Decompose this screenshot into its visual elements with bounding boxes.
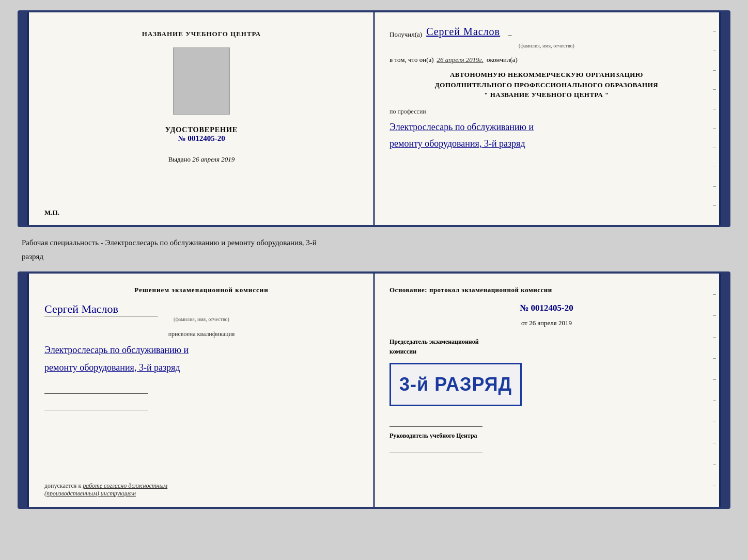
qualification-line2: ремонту оборудования, 3-й разряд: [44, 359, 359, 376]
org-line1: АВТОНОМНУЮ НЕКОММЕРЧЕСКУЮ ОРГАНИЗАЦИЮ: [389, 70, 704, 80]
sig-line-rukovoditel: [389, 444, 482, 453]
stamp-text: 3-й РАЗРЯД: [399, 370, 512, 399]
dash-separator: –: [508, 29, 512, 40]
protocol-prefix: №: [520, 303, 528, 313]
predsedatel-label: Председатель экзаменационной комиссии: [389, 337, 493, 357]
between-label: Рабочая специальность - Электрослесарь п…: [18, 235, 730, 263]
spine-right-doc2: [719, 274, 728, 507]
number-prefix: №: [178, 134, 185, 142]
fio-subtitle-doc1: (фамилия, имя, отчество): [389, 41, 704, 50]
profession-line2: ремонту оборудования, 3-й разряд: [389, 135, 704, 152]
between-text-line2: разряд: [18, 249, 730, 263]
org-line2: ДОПОЛНИТЕЛЬНОГО ПРОФЕССИОНАЛЬНОГО ОБРАЗО…: [389, 80, 704, 90]
doc1-number: № 0012405-20: [165, 134, 238, 143]
ot-date: 26 апреля 2019: [529, 319, 572, 327]
mp-label: М.П.: [44, 209, 59, 217]
doc1-center-title: НАЗВАНИЕ УЧЕБНОГО ЦЕНТРА: [142, 30, 261, 38]
spine-right: [719, 12, 728, 225]
sig-line-2: [44, 401, 148, 410]
dopusk-prefix: допускается к: [44, 482, 81, 489]
doc2-right-panel: Основание: протокол экзаменационной коми…: [374, 274, 719, 507]
org-block: АВТОНОМНУЮ НЕКОММЕРЧЕСКУЮ ОРГАНИЗАЦИЮ ДО…: [389, 70, 704, 100]
right-dashes-doc2: [713, 274, 716, 507]
okончил-label: окончил(а): [487, 54, 518, 66]
vtom-prefix: в том, что он(а): [389, 54, 434, 66]
doc1-right-panel: Получил(а) Сергей Маслов – (фамилия, имя…: [374, 12, 719, 225]
doc2-name: Сергей Маслов: [44, 302, 359, 316]
fio-subtitle-doc2: (фамилия, имя, отчество): [44, 316, 359, 322]
poluchil-label: Получил(а): [389, 29, 422, 40]
vydano-prefix: Выдано: [168, 155, 191, 163]
qualification-line1: Электрослесарь по обслуживанию и: [44, 341, 359, 359]
prisvoena-label: присвоена квалификация: [44, 330, 359, 338]
udostoverenie-block: УДОСТОВЕРЕНИЕ № 0012405-20: [165, 126, 238, 143]
po-professii-label: по профессии: [389, 106, 704, 117]
vtom-date: 26 апреля 2019г.: [437, 54, 484, 66]
org-line3: " НАЗВАНИЕ УЧЕБНОГО ЦЕНТРА ": [389, 90, 704, 100]
protocol-number: № 0012405-20: [389, 301, 704, 315]
resheniyem-title: Решением экзаменационной комиссии: [44, 285, 359, 295]
signature-lines-left: [44, 385, 359, 410]
right-dashes: [713, 12, 716, 225]
number-value: 0012405-20: [188, 134, 225, 142]
rukovoditel-label: Руководитель учебного Центра: [389, 431, 704, 441]
dopuskaetsya-block: допускается к работе согласно должностны…: [44, 482, 189, 498]
protocol-value: 0012405-20: [531, 303, 573, 313]
vydano-line: Выдано 26 апреля 2019: [168, 155, 235, 164]
spine-left: [20, 12, 29, 225]
sig-line-1: [44, 385, 148, 394]
doc1-left-panel: НАЗВАНИЕ УЧЕБНОГО ЦЕНТРА УДОСТОВЕРЕНИЕ №…: [29, 12, 374, 225]
poluchil-line: Получил(а) Сергей Маслов –: [389, 23, 704, 40]
name-hw-block: Сергей Маслов (фамилия, имя, отчество): [44, 302, 359, 326]
profession-line1: Электрослесарь по обслуживанию и: [389, 119, 704, 135]
vydano-date: 26 апреля 2019: [192, 155, 235, 163]
spine-left-doc2: [20, 274, 29, 507]
sig-line-predsedatel: [389, 418, 482, 427]
doc2-left-panel: Решением экзаменационной комиссии Сергей…: [29, 274, 374, 507]
ot-prefix: от: [521, 319, 527, 327]
vtom-line: в том, что он(а) 26 апреля 2019г. окончи…: [389, 54, 704, 66]
recipient-name: Сергей Маслов: [426, 23, 500, 40]
photo-placeholder: [173, 47, 230, 115]
stamp-box: 3-й РАЗРЯД: [389, 363, 522, 406]
osnovanie-title: Основание: протокол экзаменационной коми…: [389, 285, 704, 296]
ot-line: от 26 апреля 2019: [389, 318, 704, 329]
udostoverenie-label: УДОСТОВЕРЕНИЕ: [165, 126, 238, 134]
between-text-line1: Рабочая специальность - Электрослесарь п…: [18, 235, 730, 249]
